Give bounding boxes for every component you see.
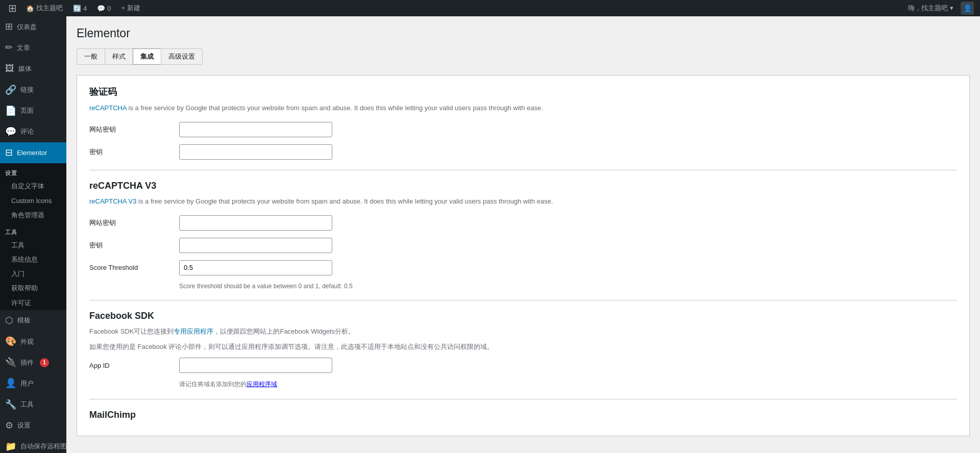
score-threshold-input[interactable] bbox=[179, 260, 332, 275]
tab-style[interactable]: 样式 bbox=[105, 48, 133, 65]
sidebar-item-role-manager[interactable]: 角色管理器 bbox=[0, 208, 66, 222]
dashboard-icon: ⊞ bbox=[5, 20, 13, 33]
facebook-sdk-title: Facebook SDK bbox=[89, 311, 957, 321]
recaptcha-v3-link[interactable]: reCAPTCHA V3 bbox=[89, 197, 136, 205]
score-threshold-label: Score Threshold bbox=[89, 264, 171, 271]
admin-bar-avatar[interactable]: 👤 bbox=[961, 2, 974, 15]
sidebar-item-pages[interactable]: 📄 页面 bbox=[0, 100, 66, 121]
links-icon: 🔗 bbox=[5, 84, 16, 96]
v3-secret-key-row: 密钥 bbox=[89, 238, 957, 253]
v3-site-key-label: 网站密钥 bbox=[89, 218, 171, 228]
sidebar-item-system-info[interactable]: 系统信息 bbox=[0, 253, 66, 267]
page-title: Elementor bbox=[77, 27, 970, 40]
admin-bar: ⊞ 🏠 找主题吧 🔄 4 💬 0 + 新建 嗨，找主题吧 ▾ 👤 bbox=[0, 0, 980, 16]
users-icon: 👤 bbox=[5, 377, 16, 390]
facebook-desc-1: Facebook SDK可让您连接到专用应用程序，以便跟踪您网站上的Facebo… bbox=[89, 326, 957, 337]
sidebar-item-links[interactable]: 🔗 链接 bbox=[0, 80, 66, 100]
settings-card-captcha: 验证码 reCAPTCHA is a free service by Googl… bbox=[77, 75, 970, 436]
sidebar-item-custom-font[interactable]: 自定义字体 bbox=[0, 179, 66, 193]
v3-secret-key-input[interactable] bbox=[179, 238, 332, 253]
wp-logo-icon[interactable]: ⊞ bbox=[4, 2, 21, 14]
sidebar-item-comments[interactable]: 💬 评论 bbox=[0, 121, 66, 142]
admin-bar-updates[interactable]: 🔄 4 bbox=[68, 0, 92, 16]
recaptcha-v3-title: reCAPTCHA V3 bbox=[89, 181, 957, 191]
sidebar-item-tools-bottom[interactable]: 🔧 工具 bbox=[0, 394, 66, 415]
score-threshold-row: Score Threshold bbox=[89, 260, 957, 275]
divider-3 bbox=[89, 399, 957, 399]
update-icon: 🔄 bbox=[73, 5, 81, 12]
sidebar-item-get-help[interactable]: 获取帮助 bbox=[0, 281, 66, 295]
sidebar-item-dashboard[interactable]: ⊞ 仪表盘 bbox=[0, 16, 66, 37]
facebook-desc-2: 如果您使用的是 Facebook 评论小部件，则可以通过应用程序添加调节选项。请… bbox=[89, 342, 957, 353]
home-icon: 🏠 bbox=[26, 5, 34, 12]
auto-save-icon: 📁 bbox=[5, 440, 16, 453]
mailchimp-title: MailChimp bbox=[89, 410, 957, 420]
posts-icon: ✏ bbox=[5, 41, 13, 54]
v3-secret-key-label: 密钥 bbox=[89, 241, 171, 250]
sidebar-elementor-submenu: 设置 自定义字体 Custom Icons 角色管理器 工具 工具 系统信息 入… bbox=[0, 163, 66, 310]
recaptcha-v3-desc: reCAPTCHA V3 is a free service by Google… bbox=[89, 196, 957, 207]
sidebar-item-posts[interactable]: ✏ 文章 bbox=[0, 37, 66, 58]
app-id-row: App ID bbox=[89, 358, 957, 373]
tabs: 一般 样式 集成 高级设置 bbox=[77, 48, 970, 65]
sidebar: ⊞ 仪表盘 ✏ 文章 🖼 媒体 🔗 链接 📄 页面 💬 评论 ⊟ Element… bbox=[0, 16, 66, 453]
media-icon: 🖼 bbox=[5, 62, 14, 75]
sidebar-item-media[interactable]: 🖼 媒体 bbox=[0, 58, 66, 79]
pages-icon: 📄 bbox=[5, 105, 16, 117]
main-layout: ⊞ 仪表盘 ✏ 文章 🖼 媒体 🔗 链接 📄 页面 💬 评论 ⊟ Element… bbox=[0, 16, 980, 453]
app-id-input[interactable] bbox=[179, 358, 332, 373]
admin-bar-greeting[interactable]: 嗨，找主题吧 ▾ bbox=[903, 0, 959, 16]
settings-icon: ⚙ bbox=[5, 419, 13, 432]
recaptcha-link[interactable]: reCAPTCHA bbox=[89, 104, 127, 112]
sidebar-item-appearance[interactable]: 🎨 外观 bbox=[0, 331, 66, 352]
captcha-title: 验证码 bbox=[89, 86, 957, 98]
fb-app-link[interactable]: 专用应用程序 bbox=[174, 328, 213, 335]
sidebar-item-elementor[interactable]: ⊟ Elementor bbox=[0, 142, 66, 163]
captcha-section: 验证码 reCAPTCHA is a free service by Googl… bbox=[89, 86, 957, 160]
comments-icon: 💬 bbox=[5, 125, 16, 138]
secret-key-row: 密钥 bbox=[89, 144, 957, 160]
score-hint: Score threshold should be a value betwee… bbox=[179, 283, 957, 290]
appearance-icon: 🎨 bbox=[5, 335, 16, 348]
site-key-input[interactable] bbox=[179, 122, 332, 137]
tools-icon: 🔧 bbox=[5, 398, 16, 411]
comments-icon: 💬 bbox=[97, 5, 105, 12]
secret-key-label: 密钥 bbox=[89, 147, 171, 157]
settings-section-header: 设置 bbox=[0, 163, 66, 179]
sidebar-item-plugins[interactable]: 🔌 插件 1 bbox=[0, 352, 66, 373]
v3-site-key-row: 网站密钥 bbox=[89, 215, 957, 231]
sidebar-item-custom-icons[interactable]: Custom Icons bbox=[0, 194, 66, 208]
tab-advanced[interactable]: 高级设置 bbox=[161, 48, 203, 65]
mailchimp-section: MailChimp bbox=[89, 410, 957, 420]
admin-bar-new[interactable]: + 新建 bbox=[116, 0, 145, 16]
sidebar-item-users[interactable]: 👤 用户 bbox=[0, 373, 66, 394]
tab-general[interactable]: 一般 bbox=[77, 48, 105, 65]
admin-bar-comments[interactable]: 💬 0 bbox=[92, 0, 116, 16]
captcha-desc: reCAPTCHA is a free service by Google th… bbox=[89, 103, 957, 114]
content-area: Elementor 一般 样式 集成 高级设置 验证码 reCAPTCHA is… bbox=[66, 16, 980, 453]
site-key-row: 网站密钥 bbox=[89, 122, 957, 137]
sidebar-item-settings[interactable]: ⚙ 设置 bbox=[0, 415, 66, 436]
sidebar-item-auto-save[interactable]: 📁 自动保存远程图片 bbox=[0, 436, 66, 453]
divider-1 bbox=[89, 170, 957, 170]
elementor-icon: ⊟ bbox=[5, 146, 13, 159]
tools-section-header: 工具 bbox=[0, 222, 66, 238]
plugins-badge: 1 bbox=[40, 358, 49, 367]
admin-bar-right: 嗨，找主题吧 ▾ 👤 bbox=[903, 0, 976, 16]
templates-icon: ⬡ bbox=[5, 314, 13, 327]
site-key-label: 网站密钥 bbox=[89, 125, 171, 134]
plugins-icon: 🔌 bbox=[5, 356, 16, 369]
fb-app-hint: 请记住将域名添加到您的应用程序域 bbox=[179, 380, 957, 389]
sidebar-item-templates[interactable]: ⬡ 模板 bbox=[0, 310, 66, 331]
admin-bar-site[interactable]: 🏠 找主题吧 bbox=[21, 0, 68, 16]
sidebar-item-tools[interactable]: 工具 bbox=[0, 238, 66, 253]
secret-key-input[interactable] bbox=[179, 144, 332, 160]
tab-integrations[interactable]: 集成 bbox=[133, 48, 161, 65]
sidebar-item-getting-started[interactable]: 入门 bbox=[0, 267, 66, 281]
divider-2 bbox=[89, 300, 957, 300]
v3-site-key-input[interactable] bbox=[179, 215, 332, 231]
app-domain-link[interactable]: 应用程序域 bbox=[247, 381, 277, 388]
sidebar-item-license[interactable]: 许可证 bbox=[0, 296, 66, 310]
facebook-sdk-section: Facebook SDK Facebook SDK可让您连接到专用应用程序，以便… bbox=[89, 311, 957, 389]
app-id-label: App ID bbox=[89, 362, 171, 369]
